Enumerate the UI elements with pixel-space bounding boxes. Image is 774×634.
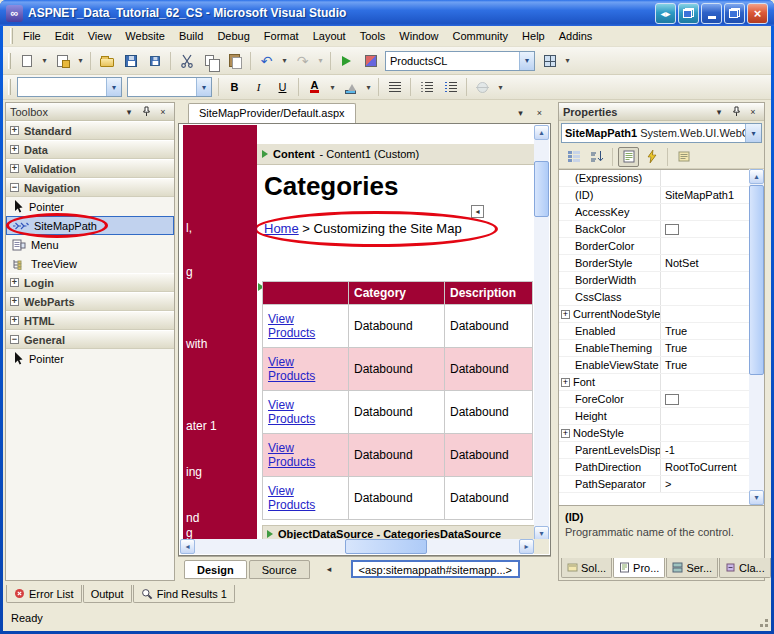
expand-icon[interactable]: + — [10, 316, 19, 325]
sitemappath-breadcrumb[interactable]: Home > Customizing the Site Map — [264, 221, 462, 236]
copy-button[interactable] — [199, 50, 222, 72]
view-products-link[interactable]: View Products — [268, 484, 315, 512]
minimize-button[interactable] — [701, 3, 722, 24]
paste-button[interactable] — [223, 50, 246, 72]
menu-community[interactable]: Community — [445, 27, 515, 45]
alphabetical-sort-button[interactable] — [586, 147, 607, 167]
properties-view-button[interactable] — [618, 147, 639, 167]
horizontal-scroll-thumb[interactable] — [345, 539, 427, 554]
property-row[interactable]: +CurrentNodeStyle — [559, 306, 751, 323]
chevron-down-icon[interactable]: ▾ — [106, 78, 121, 96]
tab-server-explorer[interactable]: Ser... — [666, 558, 718, 578]
property-row[interactable]: BackColor — [559, 221, 751, 238]
scroll-down-button[interactable]: ▾ — [749, 490, 764, 505]
align-button[interactable] — [383, 76, 406, 98]
property-row[interactable]: EnableViewStateTrue — [559, 357, 751, 374]
active-files-dropdown[interactable]: ▾ — [513, 105, 528, 120]
design-vertical-scrollbar[interactable]: ▴ ▾ — [534, 125, 549, 541]
events-button[interactable] — [641, 147, 662, 167]
toolbox-item-pointer[interactable]: Pointer — [6, 197, 174, 216]
menu-file[interactable]: File — [16, 27, 48, 45]
block-format-combo[interactable]: ▾ — [17, 77, 122, 97]
collapse-icon[interactable]: − — [10, 183, 19, 192]
hyperlink-button[interactable] — [471, 76, 494, 98]
bold-button[interactable]: B — [223, 76, 246, 98]
toolbox-item-pointer-general[interactable]: Pointer — [6, 349, 174, 368]
content-region-header[interactable]: Content - Content1 (Custom) — [257, 144, 536, 165]
menu-layout[interactable]: Layout — [306, 27, 353, 45]
expand-icon[interactable]: + — [561, 310, 570, 319]
cut-button[interactable] — [175, 50, 198, 72]
property-row[interactable]: BorderStyleNotSet — [559, 255, 751, 272]
source-view-tab[interactable]: Source — [249, 560, 310, 579]
new-file-dropdown[interactable]: ▾ — [39, 50, 50, 72]
tab-find-results[interactable]: Find Results 1 — [133, 585, 235, 603]
design-surface[interactable]: l, g with ater 1 ing nd g Content - C — [178, 123, 551, 556]
toolbar-grip[interactable] — [8, 79, 11, 95]
add-item-button[interactable] — [51, 50, 74, 72]
property-row[interactable]: PathSeparator> — [559, 476, 751, 493]
property-row[interactable]: (Expressions) — [559, 170, 751, 187]
expand-icon[interactable]: + — [10, 164, 19, 173]
property-row[interactable]: +NodeStyle — [559, 425, 751, 442]
toolbox-section-data[interactable]: +Data — [6, 140, 174, 159]
vertical-scroll-thumb[interactable] — [534, 161, 549, 217]
redo-button[interactable]: ↷ — [291, 50, 314, 72]
menu-website[interactable]: Website — [118, 27, 172, 45]
close-document-button[interactable]: × — [532, 105, 547, 120]
smart-tag-button[interactable]: ◂ — [471, 205, 484, 218]
menu-edit[interactable]: Edit — [48, 27, 81, 45]
auto-hide-pin-button[interactable] — [729, 105, 743, 119]
collapse-icon[interactable]: − — [10, 335, 19, 344]
breadcrumb-home-link[interactable]: Home — [264, 221, 299, 236]
scroll-up-button[interactable]: ▴ — [534, 125, 549, 140]
startup-object-combo[interactable]: ProductsCL ▾ — [385, 51, 535, 71]
debug-options-button[interactable] — [359, 50, 382, 72]
property-row[interactable]: EnableThemingTrue — [559, 340, 751, 357]
numbered-list-button[interactable] — [415, 76, 438, 98]
chevron-down-icon[interactable]: ▾ — [196, 78, 211, 96]
properties-scrollbar[interactable]: ▴ ▾ — [749, 169, 764, 505]
expand-icon[interactable]: + — [10, 145, 19, 154]
horizontal-scroll-track[interactable] — [195, 539, 519, 554]
close-toolbox-button[interactable]: × — [156, 105, 170, 119]
expand-icon[interactable]: + — [561, 429, 570, 438]
toolbox-section-login[interactable]: +Login — [6, 273, 174, 292]
chevron-down-icon[interactable]: ▾ — [519, 52, 534, 70]
font-color-button[interactable]: A — [303, 76, 326, 98]
highlight-dropdown[interactable]: ▾ — [363, 76, 374, 98]
design-horizontal-scrollbar[interactable]: ◂ ▸ — [180, 539, 534, 554]
menu-debug[interactable]: Debug — [210, 27, 256, 45]
property-row[interactable]: ParentLevelsDispl-1 — [559, 442, 751, 459]
toolbar-grip[interactable] — [8, 53, 11, 69]
property-row[interactable]: ForeColor — [559, 391, 751, 408]
menu-window[interactable]: Window — [392, 27, 445, 45]
property-row[interactable]: BorderColor — [559, 238, 751, 255]
undo-dropdown[interactable]: ▾ — [279, 50, 290, 72]
window-position-button[interactable]: ▾ — [712, 105, 726, 119]
scroll-right-button[interactable]: ▸ — [519, 539, 534, 554]
tag-nav-back-button[interactable]: ◂ — [322, 562, 337, 577]
add-item-dropdown[interactable]: ▾ — [75, 50, 86, 72]
menu-build[interactable]: Build — [172, 27, 210, 45]
property-row[interactable]: +Font — [559, 374, 751, 391]
property-row[interactable]: PathDirectionRootToCurrent — [559, 459, 751, 476]
tab-solution-explorer[interactable]: Sol... — [561, 558, 612, 578]
scroll-left-button[interactable]: ◂ — [180, 539, 195, 554]
tab-output[interactable]: Output — [83, 585, 132, 603]
close-properties-button[interactable]: × — [746, 105, 760, 119]
document-tab[interactable]: SiteMapProvider/Default.aspx — [188, 103, 356, 123]
new-file-button[interactable] — [15, 50, 38, 72]
titlebar-extra-button-arrows[interactable]: ◂▸ — [655, 3, 676, 24]
redo-dropdown[interactable]: ▾ — [315, 50, 326, 72]
expand-icon[interactable]: + — [10, 278, 19, 287]
toolbox-item-treeview[interactable]: TreeView — [6, 254, 174, 273]
property-row[interactable]: (ID)SiteMapPath1 — [559, 187, 751, 204]
menu-help[interactable]: Help — [515, 27, 552, 45]
toolbox-section-html[interactable]: +HTML — [6, 311, 174, 330]
menu-format[interactable]: Format — [257, 27, 306, 45]
expand-icon[interactable]: + — [10, 297, 19, 306]
scroll-up-button[interactable]: ▴ — [749, 169, 764, 184]
auto-hide-pin-button[interactable] — [139, 105, 153, 119]
bullet-list-button[interactable] — [439, 76, 462, 98]
